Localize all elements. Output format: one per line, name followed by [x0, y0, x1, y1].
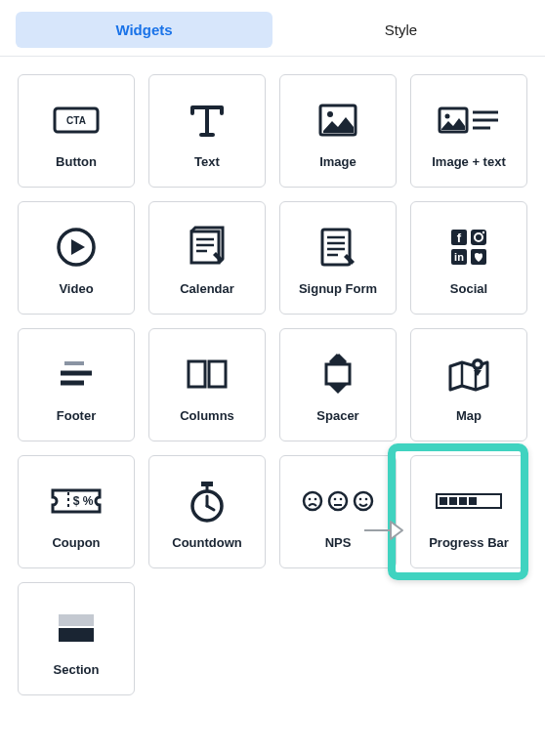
svg-point-53 [359, 497, 362, 500]
widget-countdown[interactable]: Countdown [148, 455, 266, 568]
widget-progress-bar[interactable]: Progress Bar [410, 455, 527, 568]
svg-point-48 [329, 492, 347, 510]
svg-point-54 [365, 497, 368, 500]
widget-label: NPS [325, 535, 352, 550]
svg-rect-57 [449, 497, 457, 505]
widget-label: Calendar [180, 281, 234, 296]
widget-label: Columns [180, 408, 234, 423]
svg-point-45 [304, 492, 321, 510]
tab-widgets[interactable]: Widgets [16, 12, 272, 48]
svg-point-5 [445, 113, 450, 118]
svg-point-52 [355, 492, 372, 510]
widget-section[interactable]: Section [18, 582, 135, 695]
tabs: Widgets Style [0, 0, 545, 57]
cta-button-icon: CTA [53, 94, 100, 147]
image-icon [318, 94, 357, 147]
progress-bar-icon [435, 475, 503, 527]
widget-label: Text [194, 154, 220, 169]
signup-form-icon [318, 221, 357, 273]
widgets-grid: CTA Button Text Image Image + text Video… [0, 57, 545, 713]
widget-label: Coupon [52, 535, 100, 550]
svg-rect-59 [469, 497, 477, 505]
widget-text[interactable]: Text [148, 74, 266, 188]
svg-point-46 [309, 497, 312, 500]
widget-label: Button [56, 154, 97, 169]
widget-label: Section [54, 662, 100, 677]
widget-video[interactable]: Video [18, 201, 135, 315]
calendar-icon [188, 221, 227, 273]
widget-label: Footer [57, 408, 96, 423]
svg-text:$ %: $ % [73, 494, 94, 508]
widget-image-text[interactable]: Image + text [410, 74, 527, 188]
svg-rect-32 [326, 364, 350, 384]
widget-columns[interactable]: Columns [148, 328, 266, 441]
svg-marker-33 [329, 385, 347, 394]
nps-icon [301, 475, 375, 527]
svg-point-22 [482, 231, 484, 232]
svg-rect-13 [322, 230, 350, 265]
image-text-icon [438, 94, 500, 147]
widget-signup-form[interactable]: Signup Form [279, 201, 397, 315]
widget-button[interactable]: CTA Button [18, 74, 135, 188]
widget-label: Video [59, 281, 93, 296]
social-icon: f in [447, 221, 490, 273]
svg-rect-41 [201, 482, 213, 486]
widget-label: Image [319, 154, 356, 169]
widget-nps[interactable]: NPS [279, 455, 397, 568]
spacer-icon [320, 348, 356, 400]
svg-rect-60 [59, 614, 94, 626]
widget-map[interactable]: Map [410, 328, 527, 441]
svg-text:in: in [454, 251, 464, 263]
widget-footer[interactable]: Footer [18, 328, 135, 441]
svg-point-3 [327, 111, 333, 117]
coupon-icon: $ % [50, 475, 103, 527]
map-icon [446, 348, 491, 400]
svg-rect-29 [189, 361, 205, 387]
widget-image[interactable]: Image [279, 74, 397, 188]
footer-icon [55, 348, 98, 400]
section-icon [55, 602, 98, 654]
widget-label: Progress Bar [429, 535, 509, 550]
widget-social[interactable]: f in Social [410, 201, 527, 315]
svg-rect-58 [459, 497, 467, 505]
widget-label: Spacer [316, 408, 358, 423]
svg-rect-56 [440, 497, 447, 505]
columns-icon [186, 348, 229, 400]
tab-style[interactable]: Style [272, 12, 529, 48]
widget-label: Signup Form [299, 281, 377, 296]
svg-text:CTA: CTA [66, 115, 86, 126]
widget-label: Social [450, 281, 487, 296]
svg-point-49 [334, 497, 337, 500]
svg-text:f: f [457, 231, 462, 245]
svg-rect-61 [59, 628, 94, 642]
svg-line-44 [207, 506, 214, 510]
widget-label: Countdown [172, 535, 241, 550]
text-icon [187, 94, 228, 147]
svg-point-37 [476, 361, 481, 366]
widget-label: Map [456, 408, 482, 423]
countdown-icon [188, 475, 227, 527]
widget-spacer[interactable]: Spacer [279, 328, 397, 441]
svg-point-47 [314, 497, 317, 500]
widget-label: Image + text [432, 154, 506, 169]
svg-point-50 [340, 497, 343, 500]
widget-calendar[interactable]: Calendar [148, 201, 266, 315]
video-icon [55, 221, 98, 273]
widget-coupon[interactable]: $ % Coupon [18, 455, 135, 568]
svg-rect-30 [209, 361, 226, 387]
